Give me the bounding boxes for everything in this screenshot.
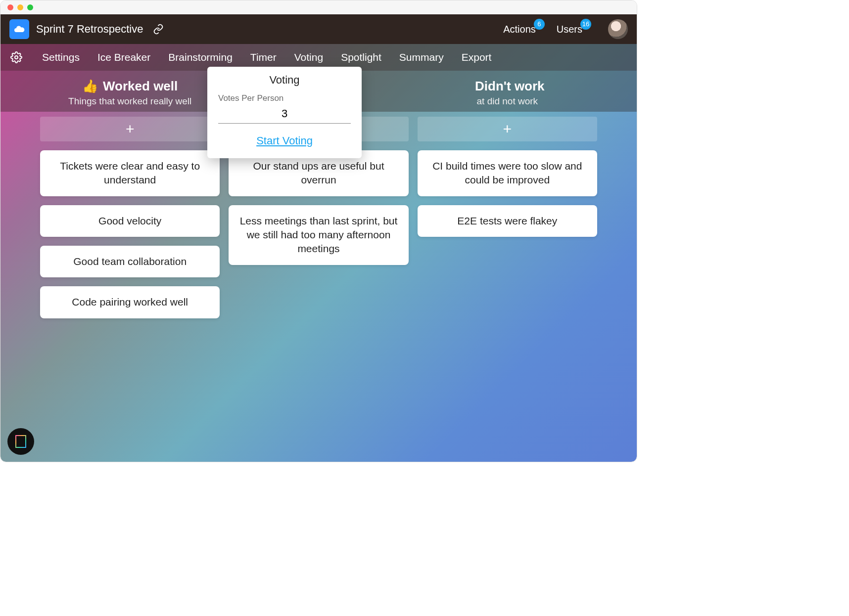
page-title: Sprint 7 Retrospective [36, 23, 143, 36]
window-minimize-button[interactable] [17, 4, 23, 10]
column-title-3: Didn't work [475, 79, 545, 94]
card[interactable]: Good team collaboration [40, 246, 220, 277]
votes-per-person-input[interactable] [218, 105, 351, 124]
column-header-3: Didn't work at did not work [418, 79, 597, 107]
tab-ice-breaker[interactable]: Ice Breaker [97, 51, 150, 63]
column-title-1: Worked well [103, 79, 178, 94]
column-3: + CI build times were too slow and could… [418, 117, 597, 318]
cloud-icon[interactable] [9, 19, 29, 39]
tab-export[interactable]: Export [462, 51, 492, 63]
card[interactable]: CI build times were too slow and could b… [418, 150, 597, 196]
column-subtitle-3: at did not work [418, 96, 597, 107]
svg-point-0 [15, 56, 18, 59]
gear-icon[interactable] [10, 51, 22, 63]
document-icon [15, 435, 26, 448]
users-label: Users [557, 24, 582, 35]
start-voting-button[interactable]: Start Voting [256, 134, 313, 147]
window-fullscreen-button[interactable] [27, 4, 33, 10]
column-1: + Tickets were clear and easy to underst… [40, 117, 220, 318]
users-count-badge: 16 [580, 19, 591, 30]
card[interactable]: Less meetings than last sprint, but we s… [229, 205, 408, 265]
tab-summary[interactable]: Summary [399, 51, 444, 63]
avatar[interactable] [608, 19, 628, 39]
window-close-button[interactable] [7, 4, 13, 10]
actions-count-badge: 6 [534, 19, 545, 30]
plus-icon: + [126, 121, 135, 137]
tab-timer[interactable]: Timer [250, 51, 277, 63]
add-card-button[interactable]: + [418, 117, 597, 141]
users-link[interactable]: Users 16 [557, 24, 582, 35]
actions-label: Actions [503, 24, 536, 35]
card[interactable]: Good velocity [40, 205, 220, 237]
mac-titlebar [0, 0, 637, 14]
column-emoji-1: 👍 [82, 79, 98, 94]
tab-spotlight[interactable]: Spotlight [341, 51, 381, 63]
tab-brainstorming[interactable]: Brainstorming [168, 51, 233, 63]
card[interactable]: Code pairing worked well [40, 286, 220, 318]
tab-settings[interactable]: Settings [42, 51, 80, 63]
share-link-icon[interactable] [153, 24, 164, 35]
tab-voting[interactable]: Voting [294, 51, 323, 63]
card[interactable]: Tickets were clear and easy to understan… [40, 150, 220, 196]
voting-popover: Voting Votes Per Person Start Voting [207, 67, 362, 158]
add-card-button[interactable]: + [40, 117, 220, 141]
voting-popover-title: Voting [218, 74, 351, 87]
column-subtitle-1: Things that worked really well [40, 96, 220, 107]
plus-icon: + [503, 121, 512, 137]
app-header: Sprint 7 Retrospective Actions 6 Users 1… [0, 14, 637, 44]
votes-per-person-label: Votes Per Person [218, 93, 351, 103]
column-header-1: 👍 Worked well Things that worked really … [40, 79, 220, 107]
app-fab[interactable] [7, 428, 34, 455]
card[interactable]: E2E tests were flakey [418, 205, 597, 237]
actions-link[interactable]: Actions 6 [503, 24, 536, 35]
